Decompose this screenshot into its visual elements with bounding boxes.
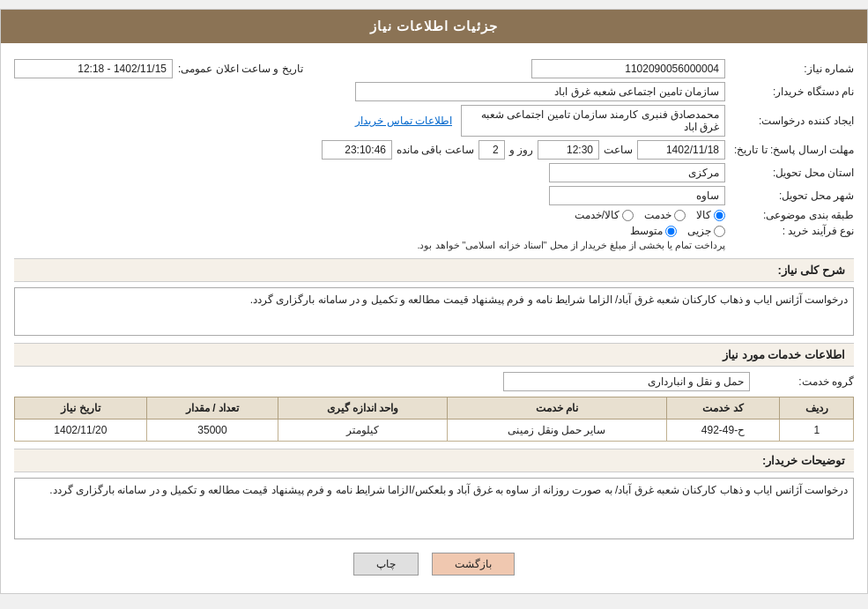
sharh-koli-value: درخواست آژانس ایاب و ذهاب کارکنان شعبه غ…: [14, 287, 854, 336]
rooz-value: 2: [479, 140, 505, 160]
tabaqe-radio-group: کالا خدمت کالا/خدمت: [575, 209, 725, 221]
ostan-value: مرکزی: [549, 163, 725, 182]
cell-radif: 1: [780, 420, 854, 442]
shomare-niaz-value: 1102090056000004: [531, 59, 725, 78]
action-buttons: بازگشت چاپ: [14, 553, 854, 576]
table-row: 1 ح-49-492 سایر حمل ونقل زمینی کیلومتر 3…: [15, 420, 854, 442]
baqi-mande-value: 23:10:46: [322, 140, 392, 160]
tabaqe-option-kala[interactable]: کالا: [696, 209, 725, 221]
tawzih-section-title: توضیحات خریدار:: [14, 449, 854, 472]
groupe-khedmat-label: گروه خدمت:: [766, 375, 854, 388]
noe-farayand-option-jozii[interactable]: جزیی: [687, 225, 725, 237]
nam-dastgah-value: سازمان تامین اجتماعی شعبه غرق اباد: [355, 82, 725, 101]
noe-farayand-option-motavasset[interactable]: متوسط: [630, 225, 677, 237]
tarikh-elan-value: 1402/11/15 - 12:18: [14, 59, 173, 78]
noe-farayand-note: پرداخت تمام یا بخشی از مبلغ خریدار از مح…: [417, 240, 725, 251]
iad-konande-value: محمدصادق فنبری کارمند سازمان تامین اجتما…: [461, 105, 725, 137]
tarikh-elan-label: تاریخ و ساعت اعلان عمومی:: [178, 63, 303, 75]
nam-dastgah-label: نام دستگاه خریدار:: [731, 85, 854, 98]
noe-farayand-label: نوع فرآیند خرید :: [731, 225, 854, 237]
services-table: ردیف کد خدمت نام خدمت واحد اندازه گیری ت…: [14, 397, 854, 442]
back-button[interactable]: بازگشت: [432, 553, 515, 576]
sharh-koli-section-title: شرح کلی نیاز:: [14, 258, 854, 282]
iad-konande-label: ایجاد کننده درخواست:: [731, 115, 854, 127]
col-kod-khedmat: کد خدمت: [666, 397, 780, 420]
baqi-mande-label: ساعت باقی مانده: [397, 144, 474, 156]
cell-tedad: 35000: [146, 420, 278, 442]
print-button[interactable]: چاپ: [353, 553, 419, 576]
shomare-niaz-label: شماره نیاز:: [731, 63, 854, 75]
ettela-tamas-link[interactable]: اطلاعات تماس خریدار: [355, 115, 452, 127]
col-nam-khedmat: نام خدمت: [447, 397, 666, 420]
shahr-label: شهر محل تحویل:: [731, 189, 854, 202]
col-radif: ردیف: [780, 397, 854, 420]
tabaqe-option-khedmat[interactable]: خدمت: [644, 209, 686, 221]
noe-farayand-radio-group: جزیی متوسط: [417, 225, 725, 237]
rooz-label: روز و: [509, 144, 533, 156]
saat-label: ساعت: [604, 144, 633, 156]
cell-tarikh: 1402/11/20: [15, 420, 147, 442]
tawzih-value: درخواست آژانس ایاب و ذهاب کارکنان شعبه غ…: [14, 478, 854, 539]
saat-value: 12:30: [538, 140, 599, 160]
mohlat-label: مهلت ارسال پاسخ: تا تاریخ:: [731, 144, 854, 156]
page-title: جزئیات اطلاعات نیاز: [1, 10, 867, 43]
col-tedad: تعداد / مقدار: [146, 397, 278, 420]
groupe-khedmat-value: حمل و نقل و انبارداری: [503, 372, 750, 391]
cell-kod-khedmat: ح-49-492: [666, 420, 780, 442]
tabaqe-option-kala-khedmat[interactable]: کالا/خدمت: [575, 209, 634, 221]
shomare-niaz-input: 1102090056000004: [531, 59, 725, 78]
cell-nam-khedmat: سایر حمل ونقل زمینی: [447, 420, 666, 442]
cell-vahed: کیلومتر: [278, 420, 448, 442]
col-tarikh: تاریخ نیاز: [15, 397, 147, 420]
khadamat-section-title: اطلاعات خدمات مورد نیاز: [14, 343, 854, 367]
tarikh-value: 1402/11/18: [637, 140, 725, 160]
ostan-label: استان محل تحویل:: [731, 167, 854, 179]
shahr-value: ساوه: [549, 186, 725, 205]
col-vahed: واحد اندازه گیری: [278, 397, 448, 420]
tabaqe-label: طبقه بندی موضوعی:: [731, 209, 854, 221]
